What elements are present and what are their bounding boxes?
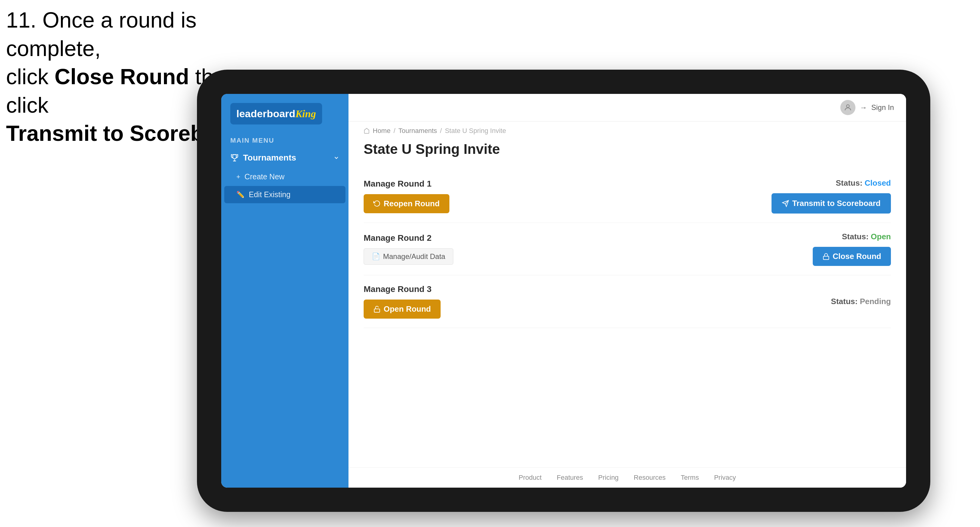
tournaments-left: Tournaments [230, 153, 296, 163]
logo-king: King [296, 108, 316, 119]
open-round-button[interactable]: Open Round [364, 300, 441, 319]
breadcrumb-home[interactable]: Home [373, 127, 391, 135]
signin-arrow: → [860, 103, 867, 112]
round-2-title: Manage Round 2 [364, 233, 453, 243]
sign-in-link[interactable]: Sign In [871, 103, 894, 112]
footer-pricing[interactable]: Pricing [598, 474, 619, 482]
round-3-right: Status: Pending [831, 297, 891, 306]
document-icon: 📄 [372, 252, 380, 260]
edit-icon: ✏️ [236, 191, 245, 199]
instruction-line2: click [6, 65, 54, 89]
tablet-screen: leaderboardKing MAIN MENU Tournaments [221, 94, 906, 487]
tournaments-label: Tournaments [243, 153, 296, 163]
open-round-label: Open Round [383, 305, 431, 314]
page-content: State U Spring Invite Manage Round 1 Reo… [348, 138, 906, 467]
round-2-status-value: Open [871, 232, 891, 241]
round-1-status: Status: Closed [836, 178, 891, 188]
avatar [840, 100, 856, 115]
logo-text: leaderboardKing [236, 108, 316, 119]
trophy-icon [230, 154, 239, 162]
round-3-status-value: Pending [860, 297, 891, 306]
round-1-left: Manage Round 1 Reopen Round [364, 179, 449, 213]
transmit-label: Transmit to Scoreboard [792, 199, 881, 208]
sidebar-item-tournaments[interactable]: Tournaments [221, 148, 348, 168]
page-title: State U Spring Invite [364, 141, 891, 157]
sidebar-item-edit-existing[interactable]: ✏️ Edit Existing [224, 186, 345, 203]
main-content: → Sign In Home / Tournaments / State U S… [348, 94, 906, 487]
instruction-line1: 11. Once a round is complete, [6, 8, 196, 60]
manage-audit-button[interactable]: 📄 Manage/Audit Data [364, 248, 453, 265]
instruction-bold1: Close Round [54, 65, 189, 89]
round-2-left: Manage Round 2 📄 Manage/Audit Data [364, 233, 453, 265]
footer-features[interactable]: Features [557, 474, 583, 482]
sidebar-logo-area: leaderboardKing [221, 94, 348, 130]
footer-product[interactable]: Product [519, 474, 541, 482]
edit-existing-label: Edit Existing [249, 190, 291, 199]
sidebar: leaderboardKing MAIN MENU Tournaments [221, 94, 348, 487]
manage-audit-label: Manage/Audit Data [383, 252, 445, 261]
close-round-label: Close Round [833, 252, 881, 261]
chevron-down-icon [333, 155, 339, 161]
transmit-to-scoreboard-button[interactable]: Transmit to Scoreboard [772, 193, 891, 214]
sign-in-area: → Sign In [840, 100, 894, 115]
round-3-title: Manage Round 3 [364, 284, 441, 294]
round-1-right: Status: Closed Transmit to Scoreboard [772, 178, 891, 214]
top-nav: → Sign In [348, 94, 906, 121]
round-1-section: Manage Round 1 Reopen Round Status: Clos… [364, 169, 891, 223]
sidebar-item-create-new[interactable]: + Create New [221, 168, 348, 185]
reopen-round-label: Reopen Round [383, 199, 440, 208]
sidebar-nav: Tournaments + Create New ✏️ Edit Existin… [221, 148, 348, 204]
open-round-icon [373, 306, 380, 313]
svg-point-2 [847, 105, 850, 108]
main-menu-label: MAIN MENU [221, 130, 348, 148]
reopen-icon [373, 200, 380, 207]
transmit-icon [782, 200, 789, 207]
breadcrumb-tournaments[interactable]: Tournaments [398, 127, 437, 135]
breadcrumb-sep2: / [440, 127, 442, 135]
round-2-status: Status: Open [842, 232, 891, 241]
round-1-status-value: Closed [865, 178, 891, 187]
svg-rect-5 [823, 256, 829, 260]
breadcrumb: Home / Tournaments / State U Spring Invi… [348, 121, 906, 138]
app-layout: leaderboardKing MAIN MENU Tournaments [221, 94, 906, 487]
home-icon [364, 128, 370, 134]
footer-privacy[interactable]: Privacy [714, 474, 736, 482]
round-3-left: Manage Round 3 Open Round [364, 284, 441, 319]
close-round-button[interactable]: Close Round [813, 247, 891, 266]
svg-rect-6 [374, 309, 380, 312]
create-new-label: Create New [245, 172, 285, 181]
footer: Product Features Pricing Resources Terms… [348, 467, 906, 487]
lock-icon [822, 253, 830, 260]
plus-icon: + [236, 173, 240, 181]
round-2-section: Manage Round 2 📄 Manage/Audit Data Statu… [364, 223, 891, 275]
logo-box: leaderboardKing [230, 103, 322, 124]
footer-resources[interactable]: Resources [634, 474, 665, 482]
round-2-right: Status: Open Close Round [813, 232, 891, 266]
round-1-title: Manage Round 1 [364, 179, 449, 189]
breadcrumb-sep1: / [394, 127, 395, 135]
tablet-device: leaderboardKing MAIN MENU Tournaments [197, 70, 930, 512]
reopen-round-button[interactable]: Reopen Round [364, 194, 449, 213]
footer-terms[interactable]: Terms [681, 474, 699, 482]
round-3-section: Manage Round 3 Open Round Status: Pendin… [364, 275, 891, 328]
breadcrumb-current: State U Spring Invite [445, 127, 506, 135]
round-3-status: Status: Pending [831, 297, 891, 306]
